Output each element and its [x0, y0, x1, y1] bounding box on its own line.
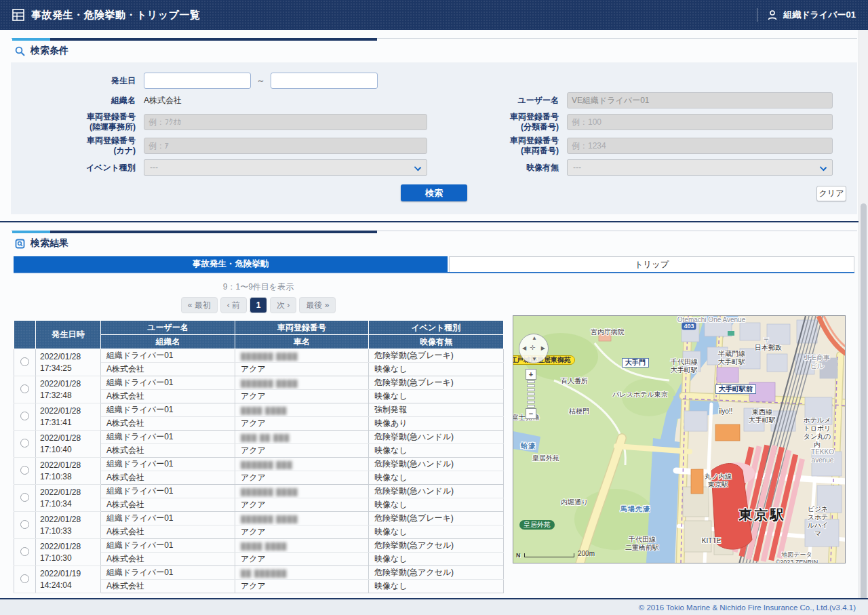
page-title: 事故発生・危険挙動・トリップ一覧	[31, 9, 200, 22]
map-view[interactable]: Otemachi One Avenue403宮内庁病院江戸城跡皇居東御苑大手門百…	[513, 315, 846, 563]
date-from-input[interactable]	[144, 73, 251, 89]
row-radio-button[interactable]	[20, 520, 29, 529]
row-datetime: 2022/01/2817:10:30	[36, 539, 101, 566]
tab-trip[interactable]: トリップ	[449, 256, 854, 272]
page-last-button[interactable]: 最後 »	[299, 297, 336, 313]
row-org: A株式会社	[101, 444, 235, 458]
table-row: 2022/01/2817:34:25 組織ドライバー01 ██████ ████…	[14, 349, 504, 363]
user-icon	[768, 10, 777, 20]
col-datetime: 発生日時	[36, 321, 101, 349]
col-event: イベント種別	[369, 321, 504, 335]
row-video: 映像なし	[369, 498, 504, 512]
col-vehicle: 車名	[235, 335, 369, 349]
map-pan-control[interactable]: ▲ ▼ ◀ ▶ ✛	[519, 334, 549, 363]
clear-button[interactable]: クリア	[816, 186, 846, 201]
row-radio-button[interactable]	[20, 412, 29, 420]
row-select-cell	[14, 376, 36, 403]
row-registration: ██████ ████	[235, 349, 369, 363]
page-first-button[interactable]: « 最初	[181, 297, 218, 313]
event-type-select[interactable]: ---	[144, 159, 427, 176]
row-org: A株式会社	[101, 417, 235, 431]
pan-down-icon[interactable]: ▼	[532, 356, 537, 362]
row-radio-button[interactable]	[20, 384, 29, 393]
row-event-type: 危険挙動(急ハンドル)	[369, 485, 504, 498]
row-select-cell	[14, 539, 36, 566]
row-radio-button[interactable]	[20, 493, 29, 502]
table-row: 2022/01/2817:10:34 組織ドライバー01 ██████ ████…	[14, 485, 504, 498]
event-type-label: イベント種別	[11, 163, 144, 173]
table-row: 2022/01/2817:32:48 組織ドライバー01 ██████ ████…	[14, 376, 504, 390]
reg-office-input[interactable]	[144, 114, 427, 130]
row-datetime: 2022/01/2817:34:25	[36, 349, 101, 376]
row-radio-button[interactable]	[20, 439, 29, 448]
result-count-top: 9：1〜9件目を表示	[14, 281, 503, 293]
date-to-input[interactable]	[271, 73, 378, 89]
app-header: 事故発生・危険挙動・トリップ一覧 組織ドライバー01	[0, 0, 868, 30]
chevron-down-icon	[820, 164, 827, 171]
row-datetime: 2022/01/2817:10:40	[36, 431, 101, 458]
row-registration: ██████ ████	[235, 376, 369, 390]
results-section-header: 検索結果	[0, 233, 868, 254]
org-value: A株式会社	[144, 95, 182, 106]
tab-accident-danger[interactable]: 事故発生・危険挙動	[14, 256, 448, 272]
row-registration: ████ ████	[235, 403, 369, 417]
reg-number-input[interactable]	[567, 138, 833, 154]
page-prev-button[interactable]: ‹ 前	[220, 297, 247, 313]
row-radio-button[interactable]	[20, 547, 29, 556]
row-vehicle-name: アクア	[235, 580, 369, 593]
row-registration: ███ ██ ███	[235, 431, 369, 444]
zoom-in-button[interactable]: +	[526, 369, 536, 380]
video-select[interactable]: ---	[567, 159, 833, 176]
zoom-out-button[interactable]: −	[526, 408, 536, 419]
file-search-icon	[15, 239, 25, 249]
row-datetime: 2022/01/2817:32:48	[36, 376, 101, 403]
row-user: 組織ドライバー01	[101, 458, 235, 471]
row-video: 映像なし	[369, 444, 504, 458]
row-select-cell	[14, 485, 36, 512]
search-button[interactable]: 検索	[401, 184, 467, 201]
pan-center-icon[interactable]: ✛	[530, 344, 535, 351]
scrollbar[interactable]	[859, 30, 868, 615]
reg-kana-input[interactable]	[144, 138, 427, 154]
row-registration: ████ ████	[235, 539, 369, 553]
row-select-cell	[14, 512, 36, 539]
search-icon	[15, 46, 25, 56]
row-vehicle-name: アクア	[235, 363, 369, 376]
table-row: 2022/01/2817:10:33 組織ドライバー01 ██████ ████…	[14, 512, 504, 525]
page-current[interactable]: 1	[250, 297, 267, 313]
scrollbar-thumb[interactable]	[861, 203, 867, 607]
reg-kana-label: 車両登録番号(カナ)	[11, 136, 144, 156]
row-radio-button[interactable]	[20, 466, 29, 475]
row-registration: ██████ ████	[235, 485, 369, 498]
row-event-type: 危険挙動(急ハンドル)	[369, 431, 504, 444]
page-next-button[interactable]: 次 ›	[270, 297, 296, 313]
user-name-input[interactable]	[567, 92, 833, 108]
row-video: 映像なし	[369, 363, 504, 376]
user-name-label: ユーザー名	[434, 96, 567, 106]
results-tabs: 事故発生・危険挙動 トリップ	[14, 256, 854, 273]
search-section-rule	[11, 38, 857, 41]
reg-number-label: 車両登録番号(車両番号)	[434, 136, 567, 156]
row-video: 映像なし	[369, 580, 504, 593]
row-select-cell	[14, 403, 36, 431]
map-scale-bar: 200m	[524, 550, 595, 557]
row-select-cell	[14, 349, 36, 376]
footer-copyright: © 2016 Tokio Marine & Nichido Fire Insur…	[639, 603, 856, 612]
pan-up-icon[interactable]: ▲	[532, 335, 537, 341]
row-radio-button[interactable]	[20, 357, 29, 366]
section-divider	[0, 221, 868, 222]
row-radio-button[interactable]	[20, 574, 29, 583]
logged-in-user[interactable]: 組織ドライバー01	[783, 9, 856, 21]
pan-left-icon[interactable]: ◀	[522, 345, 526, 351]
row-datetime: 2022/01/1914:24:04	[36, 566, 101, 593]
north-indicator: N	[516, 552, 521, 559]
chevron-down-icon	[414, 164, 421, 171]
row-org: A株式会社	[101, 580, 235, 593]
row-org: A株式会社	[101, 498, 235, 512]
pan-right-icon[interactable]: ▶	[541, 345, 545, 351]
page-footer: © 2016 Tokio Marine & Nichido Fire Insur…	[0, 598, 868, 615]
row-registration: ██████ ███	[235, 458, 369, 471]
reg-class-input[interactable]	[567, 114, 833, 130]
row-vehicle-name: アクア	[235, 444, 369, 458]
row-registration: ██████ ████	[235, 512, 369, 525]
